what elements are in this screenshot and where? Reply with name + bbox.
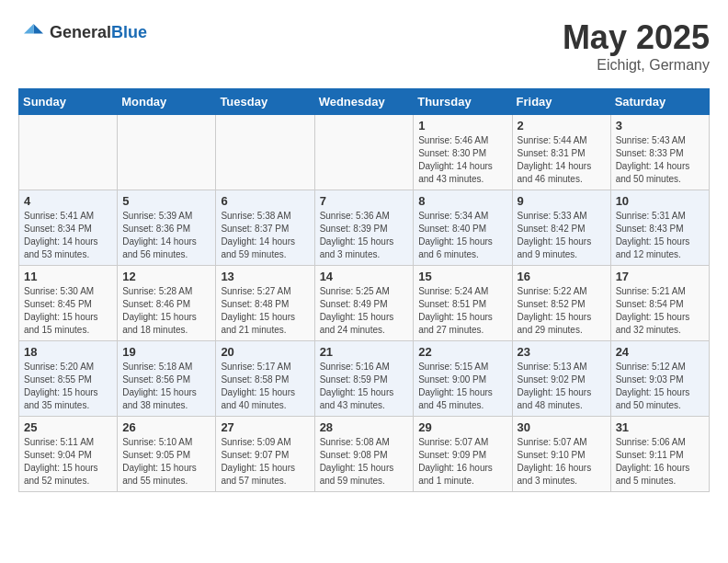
day-number: 21 [320,345,409,359]
calendar-cell [314,115,414,190]
calendar-cell: 7Sunrise: 5:36 AM Sunset: 8:39 PM Daylig… [314,190,414,266]
day-number: 16 [518,270,606,283]
calendar-week-2: 4Sunrise: 5:41 AM Sunset: 8:34 PM Daylig… [19,190,710,266]
day-info: Sunrise: 5:22 AM Sunset: 8:52 PM Dayligh… [518,285,606,337]
weekday-header-monday: Monday [118,89,216,115]
day-number: 10 [616,194,704,208]
day-number: 17 [616,270,704,283]
day-info: Sunrise: 5:12 AM Sunset: 9:03 PM Dayligh… [616,361,704,412]
day-number: 11 [24,270,112,283]
calendar-week-4: 18Sunrise: 5:20 AM Sunset: 8:55 PM Dayli… [19,341,710,417]
calendar-cell: 26Sunrise: 5:10 AM Sunset: 9:05 PM Dayli… [118,417,216,492]
calendar-cell [19,115,118,190]
weekday-header-tuesday: Tuesday [216,89,314,115]
weekday-header-row: SundayMondayTuesdayWednesdayThursdayFrid… [19,89,710,115]
location-title: Eichigt, Germany [563,57,710,74]
day-info: Sunrise: 5:43 AM Sunset: 8:33 PM Dayligh… [616,134,704,186]
day-number: 28 [320,420,409,434]
calendar-cell: 5Sunrise: 5:39 AM Sunset: 8:36 PM Daylig… [118,190,216,266]
calendar-cell: 8Sunrise: 5:34 AM Sunset: 8:40 PM Daylig… [414,190,512,266]
day-info: Sunrise: 5:28 AM Sunset: 8:46 PM Dayligh… [122,285,210,337]
day-info: Sunrise: 5:10 AM Sunset: 9:05 PM Dayligh… [122,436,210,488]
svg-marker-1 [24,24,34,34]
weekday-header-friday: Friday [512,89,610,115]
calendar-cell: 29Sunrise: 5:07 AM Sunset: 9:09 PM Dayli… [414,417,512,492]
day-info: Sunrise: 5:13 AM Sunset: 9:02 PM Dayligh… [518,361,606,412]
logo-wordmark: GeneralBlue [50,23,147,42]
day-number: 23 [518,345,606,359]
day-info: Sunrise: 5:38 AM Sunset: 8:37 PM Dayligh… [221,210,309,261]
svg-marker-0 [34,24,44,34]
day-number: 7 [320,194,409,208]
calendar-cell: 22Sunrise: 5:15 AM Sunset: 9:00 PM Dayli… [414,341,512,417]
weekday-header-sunday: Sunday [19,89,118,115]
logo-icon [18,18,46,46]
calendar-cell: 6Sunrise: 5:38 AM Sunset: 8:37 PM Daylig… [216,190,314,266]
logo: GeneralBlue [18,18,147,46]
calendar-cell: 21Sunrise: 5:16 AM Sunset: 8:59 PM Dayli… [314,341,414,417]
day-info: Sunrise: 5:21 AM Sunset: 8:54 PM Dayligh… [616,285,704,337]
calendar-week-1: 1Sunrise: 5:46 AM Sunset: 8:30 PM Daylig… [19,115,710,190]
logo-text-general: General [50,23,111,41]
day-info: Sunrise: 5:27 AM Sunset: 8:48 PM Dayligh… [221,285,309,337]
day-number: 26 [122,420,210,434]
day-info: Sunrise: 5:09 AM Sunset: 9:07 PM Dayligh… [221,436,309,488]
day-number: 13 [221,270,309,283]
calendar-cell: 4Sunrise: 5:41 AM Sunset: 8:34 PM Daylig… [19,190,118,266]
weekday-header-wednesday: Wednesday [314,89,414,115]
calendar-cell: 23Sunrise: 5:13 AM Sunset: 9:02 PM Dayli… [512,341,610,417]
day-number: 20 [221,345,309,359]
day-number: 6 [221,194,309,208]
day-number: 1 [418,119,506,132]
day-number: 9 [518,194,606,208]
calendar-cell: 16Sunrise: 5:22 AM Sunset: 8:52 PM Dayli… [512,266,610,341]
day-number: 24 [616,345,704,359]
day-number: 15 [418,270,506,283]
calendar-cell: 9Sunrise: 5:33 AM Sunset: 8:42 PM Daylig… [512,190,610,266]
day-info: Sunrise: 5:07 AM Sunset: 9:10 PM Dayligh… [518,436,606,488]
day-number: 22 [418,345,506,359]
calendar-cell: 25Sunrise: 5:11 AM Sunset: 9:04 PM Dayli… [19,417,118,492]
day-info: Sunrise: 5:44 AM Sunset: 8:31 PM Dayligh… [518,134,606,186]
day-info: Sunrise: 5:36 AM Sunset: 8:39 PM Dayligh… [320,210,409,261]
day-number: 2 [518,119,606,132]
day-number: 31 [616,420,704,434]
day-number: 19 [122,345,210,359]
day-number: 8 [418,194,506,208]
calendar-cell: 3Sunrise: 5:43 AM Sunset: 8:33 PM Daylig… [610,115,709,190]
calendar-table: SundayMondayTuesdayWednesdayThursdayFrid… [18,88,710,492]
calendar-cell [216,115,314,190]
calendar-cell: 18Sunrise: 5:20 AM Sunset: 8:55 PM Dayli… [19,341,118,417]
calendar-cell: 30Sunrise: 5:07 AM Sunset: 9:10 PM Dayli… [512,417,610,492]
day-number: 12 [122,270,210,283]
day-number: 18 [24,345,112,359]
day-info: Sunrise: 5:31 AM Sunset: 8:43 PM Dayligh… [616,210,704,261]
day-info: Sunrise: 5:33 AM Sunset: 8:42 PM Dayligh… [518,210,606,261]
day-info: Sunrise: 5:41 AM Sunset: 8:34 PM Dayligh… [24,210,112,261]
calendar-cell: 20Sunrise: 5:17 AM Sunset: 8:58 PM Dayli… [216,341,314,417]
day-info: Sunrise: 5:17 AM Sunset: 8:58 PM Dayligh… [221,361,309,412]
calendar-cell: 13Sunrise: 5:27 AM Sunset: 8:48 PM Dayli… [216,266,314,341]
calendar-cell: 10Sunrise: 5:31 AM Sunset: 8:43 PM Dayli… [610,190,709,266]
calendar-cell: 19Sunrise: 5:18 AM Sunset: 8:56 PM Dayli… [118,341,216,417]
calendar-cell: 17Sunrise: 5:21 AM Sunset: 8:54 PM Dayli… [610,266,709,341]
calendar-cell: 31Sunrise: 5:06 AM Sunset: 9:11 PM Dayli… [610,417,709,492]
day-info: Sunrise: 5:07 AM Sunset: 9:09 PM Dayligh… [418,436,506,488]
day-info: Sunrise: 5:08 AM Sunset: 9:08 PM Dayligh… [320,436,409,488]
day-number: 25 [24,420,112,434]
calendar-cell: 24Sunrise: 5:12 AM Sunset: 9:03 PM Dayli… [610,341,709,417]
day-number: 3 [616,119,704,132]
day-info: Sunrise: 5:20 AM Sunset: 8:55 PM Dayligh… [24,361,112,412]
day-info: Sunrise: 5:16 AM Sunset: 8:59 PM Dayligh… [320,361,409,412]
calendar-cell: 2Sunrise: 5:44 AM Sunset: 8:31 PM Daylig… [512,115,610,190]
day-number: 4 [24,194,112,208]
calendar-cell: 1Sunrise: 5:46 AM Sunset: 8:30 PM Daylig… [414,115,512,190]
day-info: Sunrise: 5:18 AM Sunset: 8:56 PM Dayligh… [122,361,210,412]
day-info: Sunrise: 5:11 AM Sunset: 9:04 PM Dayligh… [24,436,112,488]
calendar-cell: 12Sunrise: 5:28 AM Sunset: 8:46 PM Dayli… [118,266,216,341]
day-number: 30 [518,420,606,434]
day-info: Sunrise: 5:46 AM Sunset: 8:30 PM Dayligh… [418,134,506,186]
day-info: Sunrise: 5:30 AM Sunset: 8:45 PM Dayligh… [24,285,112,337]
logo-text-blue: Blue [111,23,147,41]
day-info: Sunrise: 5:39 AM Sunset: 8:36 PM Dayligh… [122,210,210,261]
